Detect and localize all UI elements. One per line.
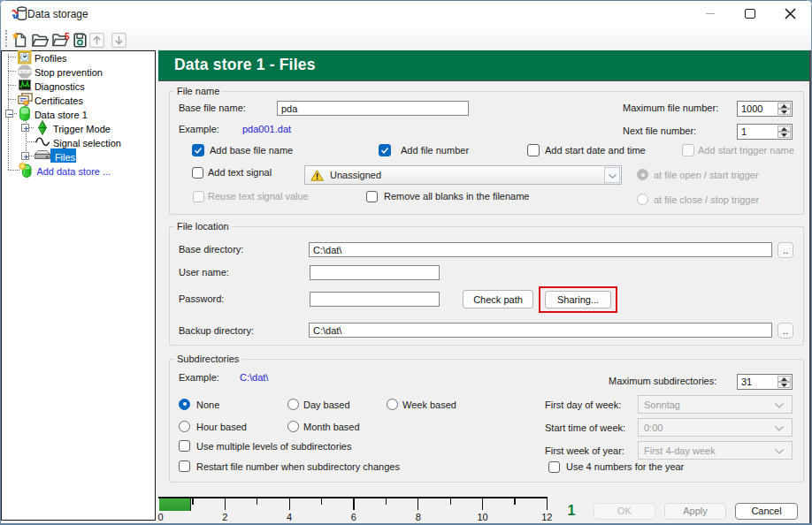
svg-text:STOP: STOP (19, 69, 32, 74)
svg-text:5: 5 (65, 33, 70, 42)
